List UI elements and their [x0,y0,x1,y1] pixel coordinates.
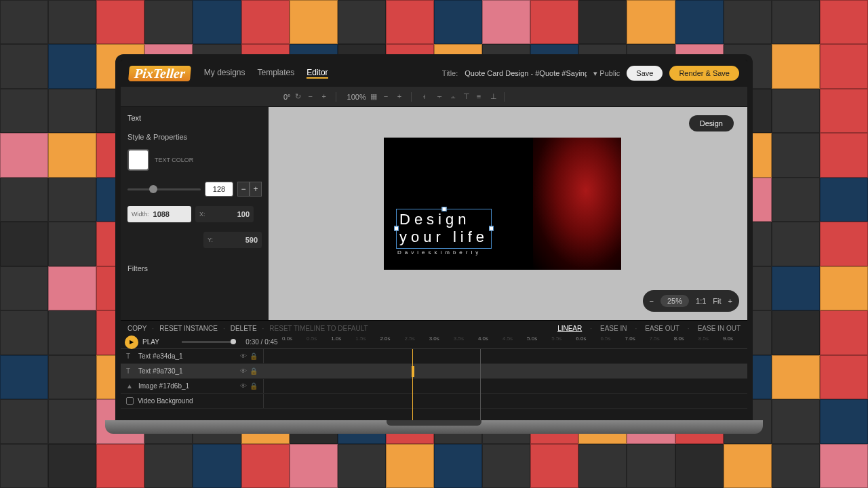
timeline-layer[interactable]: Video Background [121,394,747,409]
ease-in-out[interactable]: EASE IN OUT [698,325,741,332]
delete-action[interactable]: DELETE [231,325,257,332]
timeline-body: TText #e34da_1👁🔒TText #9a730_1👁🔒▲Image #… [121,349,747,420]
minus-icon[interactable]: − [309,92,318,102]
portrait-image [533,138,621,270]
app-window: PixTeller My designs Templates Editor Ti… [115,54,753,420]
resize-handle-right[interactable] [489,226,494,231]
zoom-minus-icon[interactable]: − [384,92,393,102]
nav-my-designs[interactable]: My designs [204,68,245,79]
zoom-11-button[interactable]: 1:1 [696,297,706,305]
grid-icon[interactable]: ▦ [370,92,380,102]
checkbox[interactable] [126,397,134,405]
ease-out[interactable]: EASE OUT [645,325,679,332]
opacity-slider[interactable] [127,188,201,190]
image-layer-icon: ▲ [126,382,134,390]
text-layer-icon: T [126,367,134,375]
laptop-frame: PixTeller My designs Templates Editor Ti… [105,54,763,434]
style-properties-label: Style & Properties [127,133,262,141]
toolbar: 0° ↻ − + 100% ▦ − + ⫞ ⫟ ⫠ ⊤ ≡ ⊥ [121,87,747,107]
layer-track[interactable] [263,364,747,378]
layer-name: Video Background [138,397,193,405]
lock-icon[interactable]: 🔒 [250,352,258,360]
layer-track[interactable] [263,394,747,408]
zoom-percent[interactable]: 25% [660,295,689,307]
resize-handle-top[interactable] [441,207,446,211]
width-field[interactable]: Width: 1088 [127,206,191,222]
nav-editor[interactable]: Editor [307,68,328,79]
selected-text-element[interactable]: Designyour life [396,209,492,249]
layer-track[interactable] [263,379,747,393]
time-display: 0:30 / 0:45 [241,338,282,346]
visibility-icon[interactable]: 👁 [240,352,247,360]
visibility-icon[interactable]: 👁 [240,367,247,375]
play-button[interactable] [125,336,138,349]
zoom-out-button[interactable]: − [650,297,654,305]
align-left-icon[interactable]: ⫞ [422,92,432,102]
opacity-input[interactable] [205,182,233,197]
title-area: Title: Quote Card Design - #Quote #Sayin… [442,66,739,81]
title-label: Title: [442,69,458,77]
playhead[interactable] [412,349,413,420]
rotate-icon[interactable]: ↻ [295,92,304,102]
text-layer-icon: T [126,352,134,361]
logo[interactable]: PixTeller [128,66,191,81]
mini-scrubber[interactable] [182,341,236,343]
lock-icon[interactable]: 🔒 [250,367,258,375]
plus-icon[interactable]: + [322,92,332,102]
main-nav: My designs Templates Editor [204,68,328,79]
lock-icon[interactable]: 🔒 [250,382,258,390]
x-field[interactable]: X: 100 [195,206,254,222]
timeline-layer[interactable]: TText #e34da_1👁🔒 [121,349,747,364]
layer-name: Text #e34da_1 [138,352,183,360]
y-field[interactable]: Y: 590 [203,232,262,248]
reset-instance-action[interactable]: RESET INSTANCE [159,325,218,332]
opacity-increase[interactable]: + [250,182,262,197]
privacy-toggle[interactable]: ▾ Public [593,69,620,78]
resize-handle-left[interactable] [394,226,399,231]
timeline: COPY· RESET INSTANCE· DELETE· RESET TIME… [121,320,747,420]
design-mode-button[interactable]: Design [689,115,734,131]
align-center-icon[interactable]: ⫟ [436,92,446,102]
save-button[interactable]: Save [627,66,663,81]
visibility-icon[interactable]: 👁 [240,382,247,390]
layer-track[interactable] [263,349,747,363]
text-color-label: TEXT COLOR [155,157,193,163]
main-area: Text Style & Properties TEXT COLOR − + W… [121,107,747,320]
zoom-fit-button[interactable]: Fit [713,297,721,305]
sidebar-title: Text [127,114,262,122]
opacity-decrease[interactable]: − [237,182,250,197]
ease-linear[interactable]: LINEAR [557,325,582,332]
ease-in[interactable]: EASE IN [600,325,627,332]
timeline-actions: COPY· RESET INSTANCE· DELETE· RESET TIME… [121,321,747,336]
render-save-button[interactable]: Render & Save [669,66,739,81]
zoom-in-button[interactable]: + [728,297,732,305]
design-title[interactable]: Quote Card Design - #Quote #Saying #Word… [465,69,587,77]
align-middle-icon[interactable]: ≡ [477,92,486,102]
artboard[interactable]: Designyour life Davieskimberly [384,138,621,270]
layer-name: Image #17d6b_1 [138,382,189,390]
align-bottom-icon[interactable]: ⊥ [490,92,500,102]
reset-timeline-action[interactable]: RESET TIMELINE TO DEFAULT [269,325,368,332]
timeline-header: PLAY 0:30 / 0:45 0.0s0.5s1.0s1.5s2.0s2.5… [121,336,747,349]
align-top-icon[interactable]: ⊤ [463,92,473,102]
play-label: PLAY [142,338,176,346]
sidebar: Text Style & Properties TEXT COLOR − + W… [121,107,269,320]
filters-label[interactable]: Filters [127,264,262,272]
timeline-layer[interactable]: TText #9a730_1👁🔒 [121,364,747,379]
rotation-value[interactable]: 0° [283,93,291,101]
zoom-plus-icon[interactable]: + [397,92,407,102]
nav-templates[interactable]: Templates [258,68,295,79]
text-color-swatch[interactable] [127,149,149,171]
laptop-base [105,420,763,434]
zoom-value[interactable]: 100% [347,93,366,101]
layer-name: Text #9a730_1 [138,367,183,375]
canvas[interactable]: Design Designyour life Davieskimberly − … [269,107,747,320]
align-right-icon[interactable]: ⫠ [450,92,459,102]
top-bar: PixTeller My designs Templates Editor Ti… [121,60,747,87]
range-end[interactable] [480,349,481,420]
time-ruler[interactable]: 0.0s0.5s1.0s1.5s2.0s2.5s3.0s3.5s4.0s4.5s… [282,336,747,348]
zoom-control: − 25% 1:1 Fit + [643,290,739,312]
author-text[interactable]: Davieskimberly [397,249,481,256]
timeline-layer[interactable]: ▲Image #17d6b_1👁🔒 [121,379,747,394]
copy-action[interactable]: COPY [127,325,146,332]
